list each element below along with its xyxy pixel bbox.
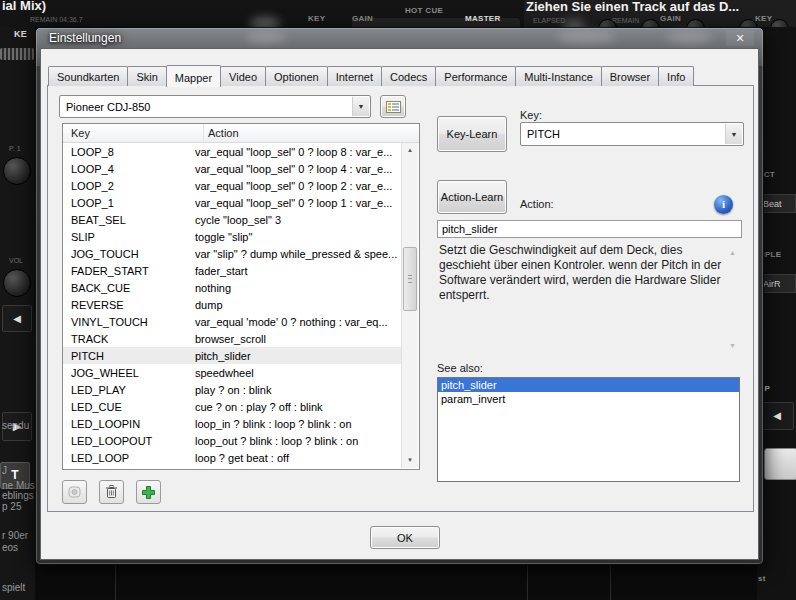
see-also-item[interactable]: param_invert [438, 392, 739, 406]
tab-performance[interactable]: Performance [435, 66, 516, 86]
prev-track-button[interactable]: ◀ [2, 305, 32, 332]
loop-back-button[interactable]: ◀ [760, 402, 794, 430]
delete-button[interactable] [99, 480, 124, 504]
desc-scroll-up-icon[interactable]: ▲ [729, 249, 736, 256]
list-icon [386, 101, 401, 113]
table-row[interactable]: LOOP_2var_equal "loop_sel" 0 ? loop 2 : … [63, 177, 402, 194]
table-row[interactable]: JOG_TOUCHvar "slip" ? dump while_pressed… [63, 245, 402, 262]
row-key: BACK_CUE [63, 282, 195, 294]
row-action: fader_start [195, 265, 402, 277]
table-row[interactable]: LED_LOOPloop ? get beat : off [63, 449, 402, 466]
row-action: var "slip" ? dump while_pressed & spee..… [195, 248, 402, 260]
tab-browser[interactable]: Browser [601, 66, 659, 86]
row-key: LOOP_2 [63, 180, 195, 192]
table-row[interactable]: BACK_CUEnothing [63, 279, 402, 296]
plus-icon [141, 485, 156, 500]
tab-internet[interactable]: Internet [327, 66, 382, 86]
table-header: Key Action [63, 124, 419, 143]
table-row[interactable]: JOG_WHEELspeedwheel [63, 364, 402, 381]
table-row[interactable]: LED_LOOPINloop_in ? blink : loop ? blink… [63, 415, 402, 432]
table-scrollbar[interactable]: ▲ ▼ [401, 143, 418, 468]
table-row[interactable]: LED_LOOPOUTloop_out ? blink : loop ? bli… [63, 432, 402, 449]
row-key: SLIP [63, 231, 195, 243]
table-row[interactable]: LED_CUEcue ? on : play ? off : blink [63, 398, 402, 415]
table-row[interactable]: PITCHpitch_slider [63, 347, 402, 364]
ok-button[interactable]: OK [370, 526, 440, 549]
table-row[interactable]: LED_PLAYplay ? on : blink [63, 381, 402, 398]
volume-knob[interactable] [3, 269, 31, 297]
see-also-item[interactable]: pitch_slider [438, 378, 739, 392]
row-key: FADER_START [63, 265, 195, 277]
row-action: var_equal "loop_sel" 0 ? loop 4 : var_e.… [195, 163, 402, 175]
waveform-thumbnail [0, 48, 34, 60]
table-row[interactable]: SLIPtoggle "slip" [63, 228, 402, 245]
scroll-down-icon[interactable]: ▼ [402, 453, 418, 468]
key-learn-button[interactable]: Key-Learn [437, 116, 507, 152]
track-title: ial Mix) [2, 0, 46, 13]
duplicate-button[interactable] [62, 480, 87, 504]
tab-video[interactable]: Video [220, 66, 266, 86]
divider [610, 563, 611, 600]
tab-soundkarten[interactable]: Soundkarten [48, 66, 128, 86]
chevron-down-icon: ▼ [725, 124, 742, 144]
p1-knob[interactable] [3, 157, 31, 185]
dialog-client: SoundkartenSkinMapperVideoOptionenIntern… [40, 48, 759, 560]
key-label: Key: [520, 109, 542, 121]
browser-tree-item: spielt [2, 582, 25, 593]
see-also-list: pitch_sliderparam_invert [437, 377, 740, 482]
row-action: nothing [195, 282, 402, 294]
row-key: LED_PLAY [63, 384, 195, 396]
add-button[interactable] [136, 480, 161, 504]
table-row[interactable]: FADER_STARTfader_start [63, 262, 402, 279]
knob-label-master: MASTER [465, 14, 501, 23]
screen: ial Mix) REMAIN 04:36.7 HOT CUE Ziehen S… [0, 0, 796, 600]
key-select[interactable]: PITCH ▼ [520, 122, 744, 146]
tab-codecs[interactable]: Codecs [381, 66, 436, 86]
browser-tree-item: J [2, 465, 7, 476]
mapping-table: Key Action LOOP_8var_equal "loop_sel" 0 … [62, 123, 420, 470]
action-label: Action: [520, 198, 554, 210]
knob-label-gain: GAIN [660, 14, 681, 23]
glass-blur-blob [666, 31, 712, 44]
table-row[interactable]: VINYL_TOUCHvar_equal 'mode' 0 ? nothing … [63, 313, 402, 330]
device-select[interactable]: Pioneer CDJ-850 ▼ [59, 95, 371, 118]
tab-optionen[interactable]: Optionen [265, 66, 328, 86]
column-action[interactable]: Action [203, 124, 419, 142]
column-key[interactable]: Key [63, 124, 203, 142]
remain-label: REMAIN [612, 17, 639, 24]
scrollbar-thumb[interactable] [403, 247, 417, 311]
row-action: speedwheel [195, 367, 402, 379]
row-key: JOG_TOUCH [63, 248, 195, 260]
action-learn-button[interactable]: Action-Learn [437, 180, 507, 214]
browser-tree-item: eos [2, 542, 18, 553]
action-input[interactable]: pitch_slider [437, 220, 742, 238]
mapping-list-button[interactable] [380, 95, 406, 118]
mapper-tab-page: Pioneer CDJ-850 ▼ [47, 85, 754, 512]
row-action: loop_in ? blink : loop ? blink : on [195, 418, 402, 430]
table-row[interactable]: LOOP_8var_equal "loop_sel" 0 ? loop 8 : … [63, 143, 402, 160]
desc-scroll-down-icon[interactable]: ▼ [729, 342, 736, 349]
row-action: play ? on : blink [195, 384, 402, 396]
row-action: toggle "slip" [195, 231, 402, 243]
scroll-up-icon[interactable]: ▲ [402, 143, 418, 158]
key-select-value: PITCH [527, 123, 560, 145]
table-row[interactable]: LOOP_4var_equal "loop_sel" 0 ? loop 4 : … [63, 160, 402, 177]
row-action: var_equal 'mode' 0 ? nothing : var_eq... [195, 316, 402, 328]
info-icon[interactable]: i [714, 195, 733, 214]
tab-mapper[interactable]: Mapper [166, 65, 221, 87]
table-row[interactable]: REVERSEdump [63, 296, 402, 313]
table-row[interactable]: BEAT_SELcycle "loop_sel" 3 [63, 211, 402, 228]
knob-label-key: KEY [308, 14, 325, 23]
tab-skin[interactable]: Skin [127, 66, 166, 86]
tab-info[interactable]: Info [658, 66, 694, 86]
trash-icon [105, 485, 118, 499]
close-icon[interactable]: ✕ [726, 30, 754, 46]
table-row[interactable]: LOOP_1var_equal "loop_sel" 0 ? loop 1 : … [63, 194, 402, 211]
row-key: REVERSE [63, 299, 195, 311]
row-key: LED_LOOPIN [63, 418, 195, 430]
glass-blur-blob [246, 31, 286, 44]
knob-label-gain: GAIN [352, 14, 373, 23]
table-row[interactable]: TRACKbrowser_scroll [63, 330, 402, 347]
loop-white-button[interactable] [764, 448, 796, 480]
tab-multi-instance[interactable]: Multi-Instance [515, 66, 601, 86]
